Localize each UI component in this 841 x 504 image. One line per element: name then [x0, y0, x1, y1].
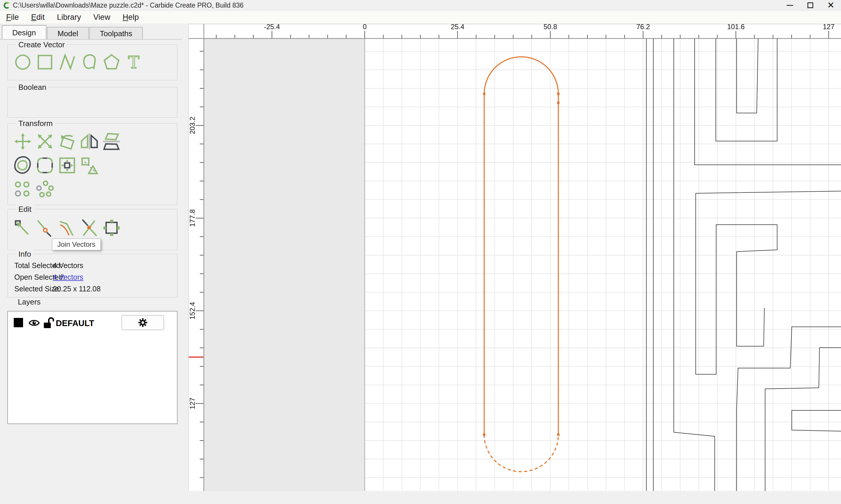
- info-total-selected: Total Selected: 4 Vectors: [14, 261, 62, 270]
- minimize-button[interactable]: [780, 0, 800, 11]
- design-canvas[interactable]: -25.4025.450.876.2101.6127203.2177.8152.…: [188, 24, 841, 491]
- vector-node: [557, 102, 560, 104]
- edit-join-vectors-icon[interactable]: [57, 218, 77, 237]
- tab-toolpaths[interactable]: Toolpaths: [89, 27, 143, 40]
- vector-node: [557, 433, 560, 436]
- vruler-label: 127: [188, 398, 196, 409]
- boolean-label: Boolean: [16, 83, 49, 92]
- vector-node: [483, 93, 485, 95]
- application-window: C:\Users\willa\Downloads\Maze puzzle.c2d…: [0, 0, 841, 504]
- design-sidebar: Create Vector T Boolean Transform: [0, 39, 182, 488]
- menu-bar: File Edit Library View Help: [0, 11, 841, 24]
- transform-flip-icon[interactable]: [102, 132, 121, 151]
- edit-node-icon[interactable]: [13, 218, 32, 237]
- create-rectangle-icon[interactable]: [35, 53, 55, 72]
- info-selected-size: Selected Size: 20.25 x 112.08: [14, 285, 61, 293]
- gear-icon: [138, 318, 148, 327]
- window-title: C:\Users\willa\Downloads\Maze puzzle.c2d…: [13, 1, 243, 9]
- menu-edit[interactable]: Edit: [25, 11, 51, 24]
- edit-boundary-box-icon[interactable]: [102, 218, 121, 237]
- layer-visibility-eye-icon[interactable]: [28, 318, 40, 328]
- open-selected-link[interactable]: 4 Vectors: [53, 273, 83, 282]
- info-open-selected: Open Selected: 4 Vectors: [14, 273, 65, 282]
- app-logo-icon: [3, 1, 11, 9]
- selected-size-value: 20.25 x 112.08: [53, 285, 101, 293]
- layer-unlocked-icon[interactable]: [43, 317, 54, 329]
- info-section: Info Total Selected: 4 Vectors Open Sele…: [7, 254, 177, 298]
- boolean-section: Boolean: [7, 87, 177, 118]
- hruler-label: 50.8: [544, 24, 557, 31]
- layers-label: Layers: [16, 298, 43, 307]
- total-selected-value: 4 Vectors: [53, 261, 83, 270]
- edit-cut-vector-icon[interactable]: [35, 218, 55, 237]
- array-grid-icon[interactable]: [13, 180, 32, 199]
- hruler-label: 101.6: [727, 24, 745, 31]
- svg-text:T: T: [128, 53, 140, 72]
- transform-scale-icon[interactable]: [35, 132, 55, 151]
- tab-strip: Design Model Toolpaths: [2, 25, 143, 40]
- hruler-label: 25.4: [450, 24, 464, 31]
- menu-library[interactable]: Library: [51, 11, 87, 24]
- transform-label: Transform: [16, 119, 55, 128]
- vector-node: [483, 433, 485, 436]
- menu-file[interactable]: File: [0, 11, 25, 24]
- tooltip-join-vectors: Join Vectors: [52, 238, 101, 250]
- close-button[interactable]: ✕: [821, 0, 841, 11]
- transform-mirror-icon[interactable]: [80, 132, 99, 151]
- create-text-icon[interactable]: T: [124, 53, 143, 72]
- array-circular-icon[interactable]: [35, 180, 55, 199]
- tab-design[interactable]: Design: [2, 25, 47, 40]
- hruler-label: -25.4: [264, 24, 280, 31]
- layer-color-swatch[interactable]: [14, 318, 23, 327]
- edit-trim-vector-icon[interactable]: [80, 218, 99, 237]
- transform-rotate-icon[interactable]: [57, 132, 77, 151]
- create-curve-icon[interactable]: [80, 53, 99, 72]
- hruler-label: 127: [823, 24, 835, 31]
- info-label: Info: [16, 250, 33, 259]
- edit-label: Edit: [16, 205, 34, 214]
- vruler-label: 177.8: [188, 210, 196, 227]
- layers-list: DEFAULT: [7, 311, 177, 424]
- ruler-position-marker: [189, 356, 204, 358]
- menu-help[interactable]: Help: [117, 11, 145, 24]
- maximize-button[interactable]: [800, 0, 821, 11]
- transform-nest-icon[interactable]: [80, 156, 99, 175]
- layer-row-default[interactable]: DEFAULT: [13, 315, 172, 331]
- create-polyline-icon[interactable]: [57, 53, 77, 72]
- hruler-label: 76.2: [636, 24, 650, 31]
- transform-section: Transform: [7, 123, 177, 205]
- create-circle-icon[interactable]: [13, 53, 32, 72]
- transform-offset-icon[interactable]: [13, 156, 32, 175]
- transform-inset-icon[interactable]: [57, 156, 77, 175]
- vruler-label: 152.4: [188, 302, 196, 319]
- transform-fillet-icon[interactable]: [35, 156, 55, 175]
- layer-name: DEFAULT: [56, 319, 94, 328]
- create-vector-label: Create Vector: [16, 40, 67, 49]
- create-polygon-icon[interactable]: [102, 53, 121, 72]
- menu-view[interactable]: View: [87, 11, 117, 24]
- vruler-label: 203.2: [188, 117, 196, 134]
- layer-settings-button[interactable]: [121, 315, 164, 330]
- tab-model[interactable]: Model: [47, 27, 89, 40]
- create-vector-section: Create Vector T: [7, 44, 177, 80]
- transform-move-icon[interactable]: [13, 132, 32, 151]
- vector-node: [557, 93, 560, 95]
- stock-area: [365, 38, 841, 491]
- title-bar: C:\Users\willa\Downloads\Maze puzzle.c2d…: [0, 0, 841, 11]
- hruler-label: 0: [363, 24, 366, 31]
